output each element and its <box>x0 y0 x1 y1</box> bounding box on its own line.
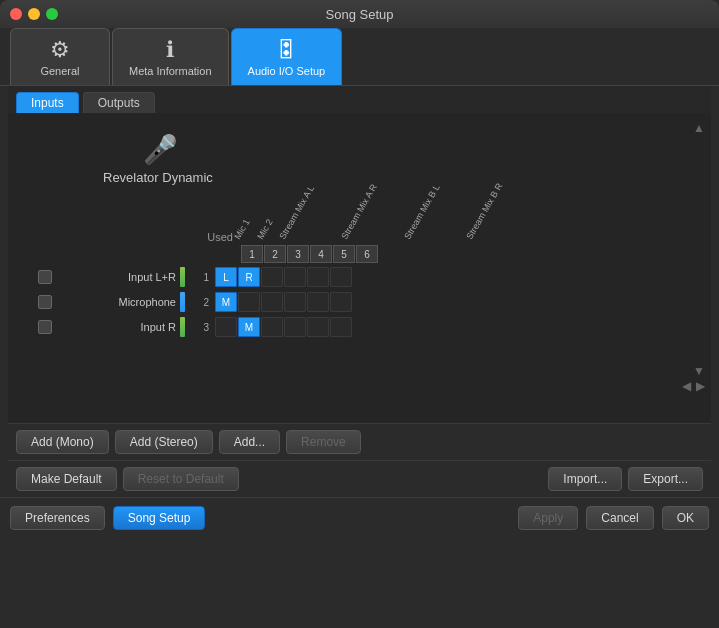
scroll-up-arrow[interactable]: ▲ <box>693 121 705 135</box>
row-checkbox-2[interactable] <box>38 295 52 309</box>
export-button[interactable]: Export... <box>628 467 703 491</box>
cell-1-4[interactable] <box>284 267 306 287</box>
col-num-5: 5 <box>333 245 355 263</box>
import-button[interactable]: Import... <box>548 467 622 491</box>
window-title: Song Setup <box>326 7 394 22</box>
cell-2-3[interactable] <box>261 292 283 312</box>
row-label-3: Input R <box>56 321 176 333</box>
col-num-3: 3 <box>287 245 309 263</box>
row-num-1: 1 <box>189 272 209 283</box>
cancel-button[interactable]: Cancel <box>586 506 653 530</box>
cell-2-4[interactable] <box>284 292 306 312</box>
apply-button[interactable]: Apply <box>518 506 578 530</box>
remove-button[interactable]: Remove <box>286 430 361 454</box>
col-num-2: 2 <box>264 245 286 263</box>
main-tabs: ⚙ General ℹ Meta Information 🎛 Audio I/O… <box>0 28 719 86</box>
cell-3-2[interactable]: M <box>238 317 260 337</box>
cell-1-3[interactable] <box>261 267 283 287</box>
footer: Preferences Song Setup Apply Cancel OK <box>0 497 719 538</box>
song-setup-button[interactable]: Song Setup <box>113 506 206 530</box>
col-num-1: 1 <box>241 245 263 263</box>
add-ellipsis-button[interactable]: Add... <box>219 430 280 454</box>
level-indicator-2 <box>180 292 185 312</box>
row-label-2: Microphone <box>56 296 176 308</box>
window-controls[interactable] <box>10 8 58 20</box>
cells-row-2: M <box>215 292 352 312</box>
add-stereo-button[interactable]: Add (Stereo) <box>115 430 213 454</box>
tab-meta-label: Meta Information <box>129 65 212 77</box>
col-num-6: 6 <box>356 245 378 263</box>
close-button[interactable] <box>10 8 22 20</box>
tab-meta[interactable]: ℹ Meta Information <box>112 28 229 85</box>
level-indicator-3 <box>180 317 185 337</box>
scroll-right-arrow[interactable]: ▶ <box>696 379 705 393</box>
cell-1-1[interactable]: L <box>215 267 237 287</box>
tab-general-label: General <box>40 65 79 77</box>
cell-2-6[interactable] <box>330 292 352 312</box>
scroll-left-arrow[interactable]: ◀ <box>682 379 691 393</box>
col-headers: Mic 1 Mic 2 Stream Mix A L Stream Mix A … <box>241 191 537 243</box>
level-indicator-1 <box>180 267 185 287</box>
row-num-3: 3 <box>189 322 209 333</box>
cell-3-4[interactable] <box>284 317 306 337</box>
cell-1-5[interactable] <box>307 267 329 287</box>
make-default-button[interactable]: Make Default <box>16 467 117 491</box>
cells-row-3: M <box>215 317 352 337</box>
cell-3-3[interactable] <box>261 317 283 337</box>
minimize-button[interactable] <box>28 8 40 20</box>
used-label: Used <box>38 231 233 243</box>
cell-3-5[interactable] <box>307 317 329 337</box>
input-rows: Input L+R 1 L R Microphone <box>38 265 701 339</box>
tab-audio-label: Audio I/O Setup <box>248 65 326 77</box>
cell-3-1[interactable] <box>215 317 237 337</box>
preferences-button[interactable]: Preferences <box>10 506 105 530</box>
cell-3-6[interactable] <box>330 317 352 337</box>
add-mono-button[interactable]: Add (Mono) <box>16 430 109 454</box>
tab-general[interactable]: ⚙ General <box>10 28 110 85</box>
gear-icon: ⚙ <box>50 37 70 63</box>
action-buttons-row1: Add (Mono) Add (Stereo) Add... Remove <box>8 423 711 460</box>
maximize-button[interactable] <box>46 8 58 20</box>
table-row: Input R 3 M <box>38 315 701 339</box>
sub-tabs: Inputs Outputs <box>8 86 711 113</box>
info-icon: ℹ <box>166 37 174 63</box>
audio-icon: 🎛 <box>275 37 297 63</box>
table-row: Input L+R 1 L R <box>38 265 701 289</box>
scroll-down-arrow[interactable]: ▼ <box>693 364 705 378</box>
reset-to-default-button[interactable]: Reset to Default <box>123 467 239 491</box>
sub-tab-outputs[interactable]: Outputs <box>83 92 155 113</box>
microphone-image: 🎤 <box>143 133 178 166</box>
col-header-row: Used Mic 1 Mic 2 Stream Mix A L Stream M… <box>38 191 701 243</box>
device-name: Revelator Dynamic <box>103 170 213 185</box>
title-bar: Song Setup <box>0 0 719 28</box>
col-num-4: 4 <box>310 245 332 263</box>
col-group-6: Stream Mix B R <box>473 191 536 243</box>
cell-2-1[interactable]: M <box>215 292 237 312</box>
cell-2-5[interactable] <box>307 292 329 312</box>
sub-tab-inputs[interactable]: Inputs <box>16 92 79 113</box>
content-area: Inputs Outputs 🎤 Revelator Dynamic Used … <box>8 86 711 497</box>
action-buttons-row2: Make Default Reset to Default Import... … <box>8 460 711 497</box>
cell-2-2[interactable] <box>238 292 260 312</box>
row-num-2: 2 <box>189 297 209 308</box>
cells-row-1: L R <box>215 267 352 287</box>
cell-1-2[interactable]: R <box>238 267 260 287</box>
device-section: 🎤 Revelator Dynamic <box>48 133 701 191</box>
routing-table: Used Mic 1 Mic 2 Stream Mix A L Stream M… <box>38 191 701 339</box>
table-row: Microphone 2 M <box>38 290 701 314</box>
io-area: 🎤 Revelator Dynamic Used Mic 1 Mic 2 Str… <box>8 113 711 423</box>
ok-button[interactable]: OK <box>662 506 709 530</box>
row-label-1: Input L+R <box>56 271 176 283</box>
tab-audio[interactable]: 🎛 Audio I/O Setup <box>231 28 343 85</box>
row-checkbox-3[interactable] <box>38 320 52 334</box>
cell-1-6[interactable] <box>330 267 352 287</box>
row-checkbox-1[interactable] <box>38 270 52 284</box>
